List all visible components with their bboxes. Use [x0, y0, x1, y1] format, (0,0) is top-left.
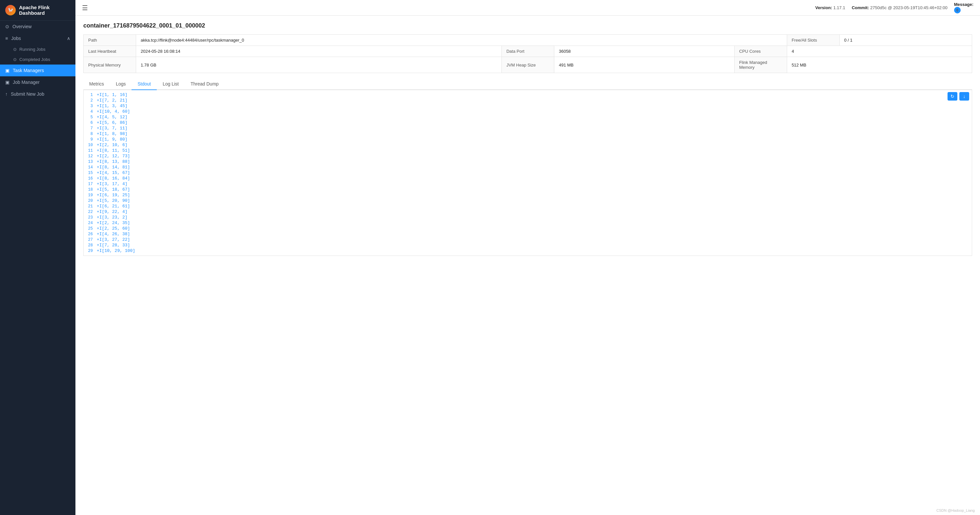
- line-content: +I[1, 3, 45]: [97, 103, 127, 108]
- line-content: +I[2, 12, 73]: [97, 154, 130, 158]
- free-slots-value: 0 / 1: [839, 35, 972, 46]
- tab-thread-dump[interactable]: Thread Dump: [185, 78, 225, 90]
- line-content: +I[8, 13, 88]: [97, 159, 130, 164]
- line-content: +I[4, 15, 67]: [97, 170, 130, 175]
- jvm-heap-label: JVM Heap Size: [501, 57, 554, 73]
- line-number: 1: [84, 93, 97, 97]
- heartbeat-value: 2024-05-28 16:08:14: [136, 46, 502, 57]
- stdout-line: 16+I[8, 16, 84]: [84, 176, 972, 181]
- refresh-button[interactable]: ↻: [948, 92, 958, 101]
- line-content: +I[7, 2, 21]: [97, 98, 127, 103]
- line-number: 28: [84, 243, 97, 248]
- cpu-cores-label: CPU Cores: [734, 46, 787, 57]
- line-number: 9: [84, 137, 97, 142]
- stdout-line: 19+I[6, 19, 25]: [84, 192, 972, 198]
- stdout-line: 26+I[4, 26, 38]: [84, 231, 972, 237]
- stdout-line: 8+I[1, 8, 98]: [84, 131, 972, 136]
- line-content: +I[7, 28, 33]: [97, 243, 130, 248]
- tab-log-list[interactable]: Log List: [157, 78, 185, 90]
- line-content: +I[8, 14, 81]: [97, 165, 130, 170]
- line-number: 22: [84, 210, 97, 214]
- info-row-heartbeat: Last Heartbeat 2024-05-28 16:08:14 Data …: [84, 46, 972, 57]
- physical-memory-value: 1.78 GB: [136, 57, 502, 73]
- tab-logs[interactable]: Logs: [110, 78, 132, 90]
- line-content: +I[10, 4, 60]: [97, 109, 130, 114]
- tab-bar: Metrics Logs Stdout Log List Thread Dump: [83, 78, 972, 90]
- content-area: container_1716879504622_0001_01_000002 P…: [75, 16, 980, 515]
- stdout-line: 29+I[10, 29, 100]: [84, 248, 972, 254]
- message-label: Message:: [954, 2, 974, 7]
- line-number: 27: [84, 238, 97, 242]
- line-content: +I[3, 17, 4]: [97, 182, 127, 186]
- commit-value: 2750d5c @ 2023-05-19T10:45:46+02:00: [870, 5, 947, 10]
- job-manager-label: Job Manager: [13, 79, 40, 85]
- line-content: +I[3, 7, 11]: [97, 126, 127, 131]
- topbar: ☰ Version: 1.17.1 Commit: 2750d5c @ 2023…: [75, 0, 980, 16]
- cpu-cores-value: 4: [787, 46, 972, 57]
- stdout-line: 14+I[8, 14, 81]: [84, 165, 972, 170]
- line-number: 10: [84, 143, 97, 147]
- sidebar-item-task-managers[interactable]: ▣ Task Managers: [0, 65, 75, 76]
- task-managers-icon: ▣: [5, 68, 10, 73]
- main-content: ☰ Version: 1.17.1 Commit: 2750d5c @ 2023…: [75, 0, 980, 515]
- line-number: 12: [84, 154, 97, 158]
- stdout-line: 3+I[1, 3, 45]: [84, 103, 972, 109]
- line-number: 15: [84, 171, 97, 175]
- line-number: 23: [84, 215, 97, 220]
- sidebar-item-submit-job[interactable]: ↑ Submit New Job: [0, 88, 75, 100]
- stdout-line: 11+I[8, 11, 51]: [84, 148, 972, 153]
- line-number: 6: [84, 120, 97, 125]
- stdout-line: 27+I[3, 27, 22]: [84, 237, 972, 242]
- free-slots-label: Free/All Slots: [787, 35, 839, 46]
- line-content: +I[8, 16, 84]: [97, 176, 130, 181]
- sidebar-item-running-jobs[interactable]: ⊙ Running Jobs: [0, 44, 75, 54]
- stdout-line: 24+I[2, 24, 35]: [84, 220, 972, 226]
- overview-icon: ⊙: [5, 24, 9, 29]
- chevron-up-icon: ∧: [67, 36, 70, 41]
- flink-memory-label: Flink Managed Memory: [734, 57, 787, 73]
- line-content: +I[8, 11, 51]: [97, 148, 130, 153]
- stdout-line: 7+I[3, 7, 11]: [84, 125, 972, 131]
- line-content: +I[2, 25, 60]: [97, 226, 130, 231]
- sidebar-item-overview[interactable]: ⊙ Overview: [0, 21, 75, 32]
- topbar-left: ☰: [82, 4, 88, 12]
- line-number: 8: [84, 132, 97, 136]
- sidebar-jobs-section[interactable]: ≡ Jobs ∧: [0, 32, 75, 44]
- line-content: +I[6, 19, 25]: [97, 193, 130, 198]
- stdout-line: 15+I[4, 15, 67]: [84, 170, 972, 176]
- line-content: +I[1, 8, 98]: [97, 132, 127, 136]
- line-content: +I[3, 27, 22]: [97, 237, 130, 242]
- jobs-icon: ≡: [5, 36, 8, 41]
- sidebar-header: 🐿 Apache Flink Dashboard: [0, 0, 75, 21]
- line-number: 21: [84, 204, 97, 209]
- line-content: +I[2, 24, 35]: [97, 220, 130, 225]
- stdout-line: 13+I[8, 13, 88]: [84, 159, 972, 165]
- download-button[interactable]: ↓: [959, 92, 969, 101]
- line-number: 11: [84, 148, 97, 153]
- running-jobs-icon: ⊙: [13, 47, 17, 52]
- heartbeat-label: Last Heartbeat: [84, 46, 136, 57]
- submit-job-label: Submit New Job: [11, 91, 44, 97]
- stdout-line: 1+I[1, 1, 16]: [84, 92, 972, 98]
- running-jobs-label: Running Jobs: [19, 47, 46, 52]
- line-number: 20: [84, 198, 97, 203]
- sidebar-item-label: Overview: [13, 24, 32, 29]
- tab-stdout[interactable]: Stdout: [132, 78, 156, 90]
- job-manager-icon: ▣: [5, 79, 10, 85]
- sidebar-item-completed-jobs[interactable]: ⊙ Completed Jobs: [0, 54, 75, 65]
- line-number: 2: [84, 98, 97, 103]
- app-logo: 🐿: [5, 5, 16, 16]
- version-label: Version:: [815, 5, 832, 10]
- sidebar-item-job-manager[interactable]: ▣ Job Manager: [0, 76, 75, 88]
- stdout-line: 2+I[7, 2, 21]: [84, 98, 972, 103]
- line-number: 13: [84, 160, 97, 164]
- stdout-line: 22+I[9, 22, 4]: [84, 209, 972, 215]
- line-number: 14: [84, 165, 97, 170]
- line-content: +I[5, 6, 86]: [97, 120, 127, 125]
- tab-metrics[interactable]: Metrics: [83, 78, 110, 90]
- stdout-line: 25+I[2, 25, 60]: [84, 226, 972, 231]
- line-content: +I[2, 10, 6]: [97, 143, 127, 147]
- hamburger-icon[interactable]: ☰: [82, 4, 88, 12]
- stdout-container: ↻ ↓ 1+I[1, 1, 16]2+I[7, 2, 21]3+I[1, 3, …: [83, 90, 972, 256]
- line-content: +I[5, 18, 67]: [97, 187, 130, 192]
